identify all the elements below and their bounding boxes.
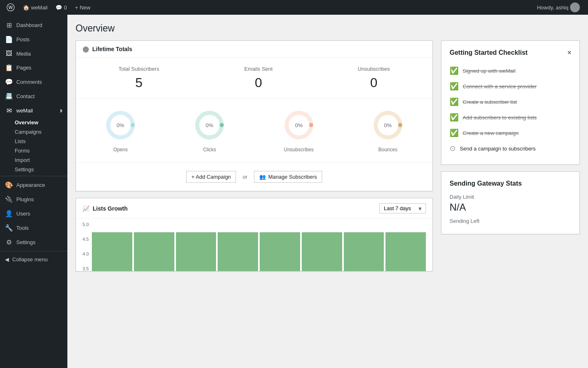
subscribers-label: Total Subscribers [118, 66, 159, 72]
chart-header: 📈 Lists Growth Last 7 days Last 30 days … [76, 198, 432, 219]
sidebar-sub-import[interactable]: Import [0, 155, 67, 165]
check-done-icon-2: ✅ [450, 82, 459, 91]
checklist-label-6: Send a campaign to subscribers [460, 146, 536, 152]
media-icon: 🖼 [5, 50, 13, 57]
unsubscribes-donut-label: Unsubscribes [283, 147, 315, 153]
sidebar-item-contact[interactable]: 📇 Contact [0, 89, 67, 103]
new-item[interactable]: + New [72, 0, 94, 15]
checklist-item-1: ✅ Signed up with weMail [450, 63, 571, 79]
wp-logo-item[interactable]: W [3, 0, 18, 15]
unsubscribes-donut: 0% Unsubscribes [283, 109, 315, 153]
sidebar-sub-forms[interactable]: Forms [0, 146, 67, 155]
plus-icon: + [75, 4, 78, 11]
subscribers-icon: 👥 [259, 174, 266, 180]
svg-text:W: W [9, 5, 13, 10]
bar-col-4 [218, 232, 258, 271]
checklist-item-5: ✅ Create a new campaign [450, 125, 571, 141]
add-campaign-button[interactable]: + Add Campaign [186, 171, 236, 183]
sidebar-label-plugins: Plugins [16, 196, 34, 202]
sidebar-item-appearance[interactable]: 🎨 Appearance [0, 178, 67, 192]
checklist-item-6: ⊙ Send a campaign to subscribers [450, 141, 571, 156]
site-name: weMail [31, 4, 47, 11]
check-done-icon-1: ✅ [450, 66, 459, 75]
bar-5 [260, 232, 300, 271]
collapse-icon: ◀ [5, 256, 9, 263]
daily-limit-value: N/A [450, 202, 571, 213]
action-row: + Add Campaign or 👥 Manage Subscribers [76, 163, 432, 191]
unsubscribes-chart: 0% [283, 109, 315, 141]
totals-row: Total Subscribers 5 Emails Sent 0 Unsubs… [76, 58, 432, 99]
sidebar-item-comments[interactable]: 💬 Comments [0, 75, 67, 89]
sidebar-collapse[interactable]: ◀ Collapse menu [0, 253, 67, 266]
y-axis: 5.0 4.5 4.0 3.5 [82, 222, 92, 271]
main-inner: ⬤ Lifetime Totals Total Subscribers 5 Em… [76, 40, 580, 278]
chart-area: 5.0 4.5 4.0 3.5 [82, 222, 426, 271]
sidebar-sub-settings[interactable]: Settings [0, 165, 67, 174]
bounces-donut: 0% Bounces [372, 109, 404, 153]
plugins-icon: 🔌 [5, 195, 13, 203]
checklist-item-4: ✅ Add subscribers to existing lists [450, 110, 571, 125]
pages-icon: 📋 [5, 64, 13, 72]
wemail-arrow [60, 109, 62, 113]
sidebar-item-wemail[interactable]: ✉ weMail [0, 103, 67, 118]
settings-icon: ⚙ [5, 238, 13, 246]
lifetime-totals-title: Lifetime Totals [92, 46, 132, 52]
sidebar-item-tools[interactable]: 🔧 Tools [0, 221, 67, 235]
checklist-close-button[interactable]: × [568, 49, 571, 56]
sidebar-label-tools: Tools [16, 225, 29, 231]
sidebar-item-dashboard[interactable]: ⊞ Dashboard [0, 18, 67, 32]
manage-subscribers-button[interactable]: 👥 Manage Subscribers [254, 171, 322, 183]
sidebar-sub-lists[interactable]: Lists [0, 137, 67, 146]
checklist-label-1: Signed up with weMail [463, 68, 515, 74]
sidebar-item-users[interactable]: 👤 Users [0, 206, 67, 221]
bar-7 [344, 232, 384, 271]
svg-text:0%: 0% [384, 122, 392, 128]
sidebar-item-plugins[interactable]: 🔌 Plugins [0, 192, 67, 206]
bar-1 [92, 232, 132, 271]
layout: ⊞ Dashboard 📄 Posts 🖼 Media 📋 Pages 💬 Co… [0, 15, 588, 368]
check-done-icon-3: ✅ [450, 97, 459, 106]
sidebar-item-settings[interactable]: ⚙ Settings [0, 235, 67, 249]
subscribers-value: 5 [118, 75, 159, 90]
sidebar-label-contact: Contact [16, 93, 35, 99]
donuts-row: 0% Opens 0% Clicks [76, 99, 432, 163]
user-avatar [570, 2, 580, 12]
checklist-label-3: Create a subscriber list [463, 99, 517, 105]
sidebar-sub-overview[interactable]: Overview [0, 118, 67, 127]
page-title: Overview [76, 23, 580, 34]
bar-col-1 [92, 232, 132, 271]
comments-item[interactable]: 💬 0 [52, 0, 70, 15]
comments-count: 0 [64, 4, 67, 11]
gateway-title: Sending Gateway Stats [450, 180, 571, 187]
checklist-label-4: Add subscribers to existing lists [463, 114, 537, 121]
emails-sent-value: 0 [244, 75, 272, 90]
lifetime-totals-header: ⬤ Lifetime Totals [76, 41, 432, 58]
site-name-item[interactable]: 🏠 weMail [20, 0, 51, 15]
period-dropdown[interactable]: Last 7 days Last 30 days Last 90 days [379, 203, 426, 213]
sidebar-label-settings: Settings [16, 239, 36, 245]
bar-3 [176, 232, 216, 271]
sending-left-label: Sending Left [450, 218, 571, 224]
checklist-item-3: ✅ Create a subscriber list [450, 94, 571, 110]
sidebar-item-media[interactable]: 🖼 Media [0, 47, 67, 61]
check-done-icon-4: ✅ [450, 113, 459, 122]
sidebar-item-posts[interactable]: 📄 Posts [0, 32, 67, 47]
howdy-text: Howdy, ashiq [537, 4, 568, 11]
lifetime-totals-card: ⬤ Lifetime Totals Total Subscribers 5 Em… [76, 40, 433, 191]
unsubscribes-value: 0 [358, 75, 390, 90]
sidebar-sub-campaigns[interactable]: Campaigns [0, 127, 67, 137]
emails-sent-label: Emails Sent [244, 66, 272, 72]
opens-label: Opens [104, 147, 137, 153]
dashboard-icon: ⊞ [5, 21, 13, 29]
chart-title: 📈 Lists Growth [82, 205, 128, 212]
clicks-chart: 0% [193, 109, 226, 141]
svg-text:0%: 0% [295, 122, 303, 128]
sidebar-item-pages[interactable]: 📋 Pages [0, 61, 67, 75]
checklist-title: Getting Started Checklist [450, 49, 528, 56]
unsubscribes-label: Unsubscribes [358, 66, 390, 72]
appearance-icon: 🎨 [5, 181, 13, 189]
checklist-label-5: Create a new campaign [463, 130, 519, 136]
tools-icon: 🔧 [5, 224, 13, 232]
bar-col-5 [260, 232, 300, 271]
lists-growth-title: Lists Growth [93, 205, 128, 212]
